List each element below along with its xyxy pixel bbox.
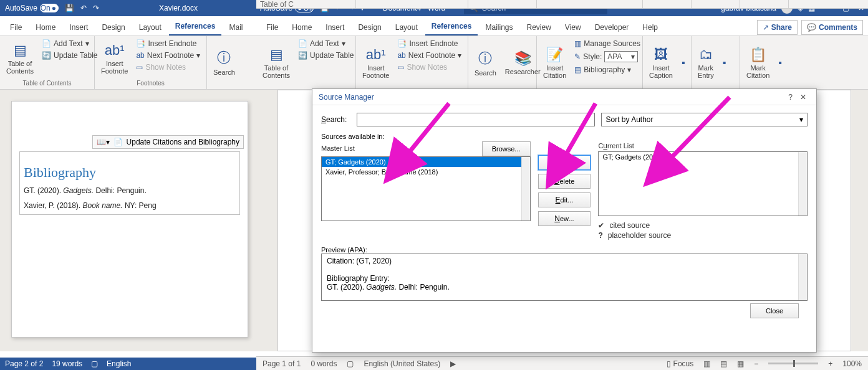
menu-review[interactable]: Review: [521, 19, 557, 36]
toc-button[interactable]: ▤Table ofContents: [260, 39, 292, 87]
add-text-button[interactable]: 📄Add Text▾: [40, 39, 100, 49]
focus-mode[interactable]: ▯ Focus: [667, 359, 693, 368]
scrollbar[interactable]: [798, 152, 807, 216]
copy-button[interactable]: Copy ->: [538, 155, 591, 170]
spell-icon[interactable]: ▢: [91, 359, 98, 368]
zoom-slider[interactable]: [768, 363, 818, 364]
menu-mailings[interactable]: Mail: [223, 19, 249, 36]
menu-home[interactable]: Home: [286, 19, 318, 36]
scrollbar[interactable]: [521, 157, 530, 221]
browse-button[interactable]: Browse...: [482, 141, 531, 156]
show-notes-button[interactable]: ▭Show Notes: [134, 62, 202, 72]
mark-entry-button[interactable]: 🗂MarkEntry: [695, 39, 716, 87]
scrollbar[interactable]: [798, 254, 807, 300]
menu-mailings[interactable]: Mailings: [479, 19, 519, 36]
titlebar-left: AutoSave On● 💾 ↶ ↷ Xavier.docx: [0, 0, 256, 16]
search-button[interactable]: ⓘSearch: [211, 39, 238, 85]
statusbar-left: Page 2 of 2 19 words ▢ English: [0, 358, 256, 370]
menu-references[interactable]: References: [425, 18, 478, 36]
insert-footnote-button[interactable]: ab¹InsertFootnote: [360, 39, 392, 87]
view-readmode-icon[interactable]: ▤: [720, 359, 727, 368]
menu-layout[interactable]: Layout: [389, 19, 424, 36]
next-footnote-button[interactable]: abNext Footnote▾: [134, 50, 202, 60]
autosave-toggle[interactable]: On●: [40, 4, 59, 12]
list-item[interactable]: GT; Gadgets (2020): [322, 157, 530, 167]
spell-icon[interactable]: ▢: [347, 359, 354, 368]
menu-references[interactable]: References: [169, 18, 222, 36]
menu-insert[interactable]: Insert: [319, 19, 350, 36]
autosave-label: AutoSave: [5, 4, 37, 12]
menu-layout[interactable]: Layout: [133, 19, 168, 36]
style-selector[interactable]: ✎Style:APA▾: [572, 50, 642, 63]
doc-title: Xavier.docx: [105, 4, 251, 12]
share-button[interactable]: ↗Share: [757, 20, 798, 35]
check-icon: ✔: [598, 221, 604, 230]
menu-help[interactable]: Help: [636, 19, 664, 36]
page[interactable]: 📖▾ 📄 Update Citations and Bibliography B…: [11, 101, 248, 338]
preview-box: Citation: (GT, 2020) Bibliography Entry:…: [321, 254, 808, 301]
menu-file[interactable]: File: [260, 19, 284, 36]
help-icon[interactable]: ?: [784, 93, 796, 102]
manage-sources-button[interactable]: ▥Manage Sources: [572, 39, 642, 49]
preview-label: Preview (APA):: [321, 246, 808, 254]
view-web-icon[interactable]: ▦: [737, 359, 744, 368]
save-icon[interactable]: 💾: [65, 4, 74, 12]
word-count[interactable]: 19 words: [52, 359, 82, 368]
new-button[interactable]: New...: [538, 211, 591, 226]
biblio-entry: Xavier, P. (2018). Book name. NY: Peng: [24, 201, 236, 211]
macro-icon[interactable]: ▶: [450, 359, 456, 368]
menu-design[interactable]: Design: [352, 19, 387, 36]
book-icon: 📖▾: [97, 138, 110, 146]
redo-icon[interactable]: ↷: [93, 4, 99, 12]
statusbar-right: Page 1 of 1 0 words ▢ English (United St…: [256, 356, 868, 370]
bibliography-button[interactable]: ▤Bibliography▾: [572, 65, 642, 75]
dialog-titlebar: Source Manager ? ✕: [312, 89, 816, 105]
mark-citation-button[interactable]: 📋MarkCitation: [744, 39, 772, 87]
menu-developer[interactable]: Developer: [589, 19, 635, 36]
search-input[interactable]: [357, 113, 595, 126]
group-footnotes: Footnotes: [99, 78, 203, 87]
insert-caption-button[interactable]: 🖼InsertCaption: [647, 39, 675, 87]
add-text-button[interactable]: 📄Add Text▾: [296, 39, 356, 49]
page-status[interactable]: Page 1 of 1: [263, 359, 301, 368]
insert-endnote-button[interactable]: 📑Insert Endnote: [134, 39, 202, 49]
chevron-down-icon: ▾: [799, 115, 803, 124]
menu-insert[interactable]: Insert: [63, 19, 94, 36]
insert-endnote-button[interactable]: 📑Insert Endnote: [395, 39, 463, 49]
comments-button[interactable]: 💬Comments: [801, 20, 863, 35]
update-table-button[interactable]: 🔄Update Table: [296, 50, 356, 60]
menu-home[interactable]: Home: [29, 19, 62, 36]
word-count[interactable]: 0 words: [311, 359, 337, 368]
lang-status[interactable]: English (United States): [364, 359, 440, 368]
menu-design[interactable]: Design: [95, 19, 131, 36]
sort-select[interactable]: Sort by Author▾: [601, 113, 808, 126]
list-item[interactable]: GT; Gadgets (2020): [599, 152, 807, 162]
update-citations-bar[interactable]: 📖▾ 📄 Update Citations and Bibliography: [92, 135, 244, 149]
close-button[interactable]: Close: [750, 303, 799, 318]
word-window-left: AutoSave On● 💾 ↶ ↷ Xavier.docx File Home…: [0, 0, 256, 370]
edit-button[interactable]: Edit...: [538, 192, 591, 207]
zoom-in-icon[interactable]: +: [828, 359, 832, 368]
list-item[interactable]: Xavier, Professor; Book name (2018): [322, 167, 530, 177]
zoom-level[interactable]: 100%: [842, 359, 862, 368]
close-icon[interactable]: ✕: [796, 93, 810, 102]
undo-icon[interactable]: ↶: [80, 4, 87, 12]
lang-status[interactable]: English: [107, 359, 131, 368]
toc-button[interactable]: ▤Table ofContents: [4, 39, 36, 78]
delete-button[interactable]: Delete: [538, 174, 591, 189]
next-footnote-button[interactable]: abNext Footnote▾: [395, 50, 463, 60]
current-list[interactable]: GT; Gadgets (2020): [598, 151, 808, 216]
share-icon: ↗: [763, 23, 769, 32]
menu-view[interactable]: View: [559, 19, 587, 36]
page-status[interactable]: Page 2 of 2: [5, 359, 43, 368]
smart-search-button[interactable]: ⓘSearch: [472, 39, 499, 87]
insert-footnote-button[interactable]: ab¹InsertFootnote: [99, 39, 130, 78]
insert-citation-button[interactable]: 📝InsertCitation: [541, 39, 569, 87]
autosave[interactable]: AutoSave On●: [5, 4, 59, 12]
zoom-out-icon[interactable]: −: [754, 359, 758, 368]
master-list[interactable]: GT; Gadgets (2020) Xavier, Professor; Bo…: [321, 156, 531, 221]
update-table-button[interactable]: 🔄Update Table: [40, 50, 100, 60]
show-notes-button[interactable]: ▭Show Notes: [395, 62, 463, 72]
menu-file[interactable]: File: [4, 19, 28, 36]
view-printlayout-icon[interactable]: ▥: [703, 359, 710, 368]
